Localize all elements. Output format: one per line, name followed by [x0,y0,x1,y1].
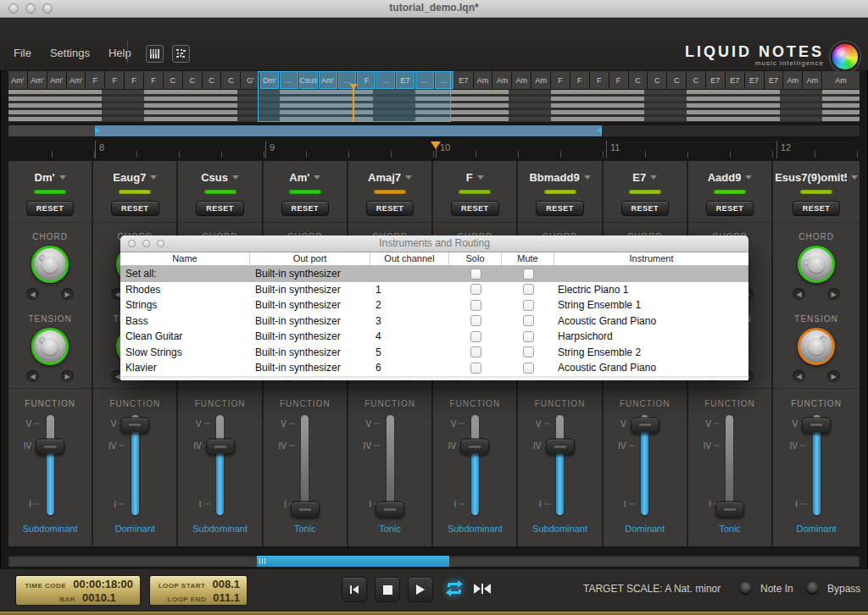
punch-in-out-icon[interactable] [473,583,492,595]
function-slider[interactable]: V IV I [433,412,516,520]
col-header-out-port[interactable]: Out port [250,252,370,265]
overview-chord-cell[interactable]: F [551,71,570,89]
chord-selector[interactable]: Dm' [35,171,66,184]
range-end-marker-icon[interactable] [597,127,602,134]
overview-chord-cell[interactable]: Am' [47,71,66,89]
reset-button[interactable]: RESET [26,201,75,216]
row-instrument[interactable]: Acoustic Grand Piano [554,315,748,327]
bar-ruler[interactable]: 89101112 [0,141,868,158]
chord-selector[interactable]: Esus7(9)omit5 [775,171,858,184]
overview-chord-cell[interactable]: F [570,71,589,89]
chord-knob[interactable] [31,246,69,283]
overview-chord-cell[interactable]: Am [512,71,531,89]
mute-checkbox[interactable] [523,284,534,295]
overview-selection[interactable] [258,71,451,122]
slider-track[interactable] [47,415,54,515]
overview-chord-cell[interactable]: C [667,71,686,89]
slider-track[interactable] [216,415,224,515]
overview-chord-cell[interactable]: Am' [67,71,86,89]
chord-selector[interactable]: F [466,171,484,184]
slider-track[interactable] [726,415,733,515]
horizontal-scrollbar[interactable] [8,556,860,567]
overview-chord-cell[interactable]: C [203,71,221,89]
routing-table-row[interactable]: Slow Strings Built-in synthesizer 5 Stri… [120,345,748,361]
chord-selector[interactable]: Bbmadd9 [529,171,590,184]
overview-playhead[interactable] [353,88,354,122]
routing-table-row[interactable]: Bass Built-in synthesizer 3 Acoustic Gra… [120,313,748,330]
knob-left-arrow-button[interactable]: ◀ [793,288,805,301]
routing-table-row[interactable]: Rhodes Built-in synthesizer 1 Electric P… [120,282,748,298]
function-slider[interactable]: V IV I [93,412,176,520]
seek-view-range[interactable] [95,125,602,136]
chord-selector[interactable]: Aadd9 [708,171,753,184]
overview-chord-cell[interactable]: Am [474,71,492,89]
menu-settings[interactable]: Settings [50,47,90,59]
row-out-port[interactable]: Built-in synthesizer [250,315,370,327]
mute-checkbox[interactable] [523,363,534,374]
matrix-editor-icon[interactable] [172,45,190,63]
ruler-playhead-marker[interactable] [431,141,441,154]
chord-selector[interactable]: Eaug7 [113,171,157,184]
overview-chord-cell[interactable]: E7 [745,71,764,89]
slider-track[interactable] [301,415,309,515]
overview-chord-cell[interactable]: C [648,71,666,89]
mute-checkbox[interactable] [523,269,534,280]
reset-button[interactable]: RESET [793,201,841,216]
solo-checkbox[interactable] [470,284,481,295]
overview-chord-cell[interactable]: Am [492,71,511,89]
play-button[interactable] [408,577,433,602]
slider-track[interactable] [471,415,479,515]
reset-button[interactable]: RESET [281,201,330,216]
overview-chord-cell[interactable]: Am [803,71,821,89]
overview-piano-roll[interactable] [8,90,860,122]
row-out-channel[interactable]: 4 [370,330,449,342]
routing-table-row[interactable]: Set all: Built-in synthesizer [120,266,748,282]
overview-chord-cell[interactable]: F [144,71,163,89]
mute-checkbox[interactable] [523,315,534,326]
slider-handle[interactable] [206,439,235,455]
mute-checkbox[interactable] [523,346,534,357]
overview-chord-cell[interactable]: E7 [726,71,744,89]
reset-button[interactable]: RESET [621,201,670,216]
piano-keyboard-icon[interactable] [146,45,164,63]
slider-track[interactable] [387,415,394,515]
note-in-led[interactable] [739,582,752,595]
row-out-channel[interactable]: 1 [370,284,449,296]
slider-handle[interactable] [715,501,744,518]
overview-chord-cell[interactable]: C [687,71,705,89]
reset-button[interactable]: RESET [706,201,754,216]
overview-chord-cell[interactable]: Am [783,71,802,89]
seek-bar[interactable] [8,125,860,136]
overview-chord-cell[interactable]: Am' [28,71,47,89]
menu-file[interactable]: File [14,47,31,59]
row-instrument[interactable]: Electric Piano 1 [554,284,748,296]
knob-right-arrow-button[interactable]: ▶ [61,288,74,301]
reset-button[interactable]: RESET [111,201,159,216]
knob-left-arrow-button[interactable]: ◀ [793,370,805,383]
scrollbar-thumb[interactable] [257,556,449,567]
bypass-led[interactable] [806,582,819,595]
routing-table-row[interactable]: Klavier Built-in synthesizer 6 Acoustic … [120,360,748,376]
function-slider[interactable]: V IV I [604,412,687,520]
overview-chord-cell[interactable]: G' [241,71,259,89]
overview-chord-cell[interactable]: E7 [454,71,473,89]
reset-button[interactable]: RESET [536,201,584,216]
overview-chord-cell[interactable]: Am [822,71,860,89]
row-out-port[interactable]: Built-in synthesizer [250,330,370,342]
col-header-out-channel[interactable]: Out channel [370,252,449,265]
overview-chord-cell[interactable]: F [105,71,124,89]
reset-button[interactable]: RESET [366,201,415,216]
stop-button[interactable] [375,577,400,602]
overview-chord-cell[interactable]: F [125,71,143,89]
reset-button[interactable]: RESET [451,201,499,216]
slider-handle[interactable] [376,501,404,518]
overview-chord-cell[interactable]: F [609,71,628,89]
reset-button[interactable]: RESET [196,201,244,216]
row-out-port[interactable]: Built-in synthesizer [250,362,370,374]
overview-chord-cell[interactable]: F [590,71,609,89]
function-slider[interactable]: V IV I [348,412,431,520]
function-slider[interactable]: V IV I [518,412,601,520]
solo-checkbox[interactable] [470,300,481,311]
tension-knob[interactable] [31,328,69,365]
row-out-port[interactable]: Built-in synthesizer [250,284,370,296]
